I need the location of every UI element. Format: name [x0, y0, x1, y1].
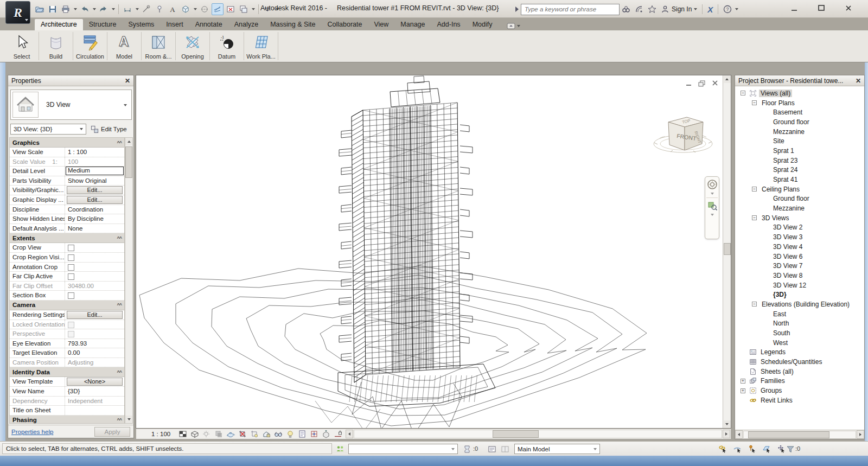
redo-icon-caret[interactable] — [111, 3, 116, 15]
tree-item-sheets-all[interactable]: Sheets (all) — [735, 367, 864, 376]
tree-item-3d-view-7[interactable]: 3D View 7 — [735, 261, 864, 271]
property-row-section-box[interactable]: Section Box — [10, 291, 124, 301]
tree-item-elevations-building-elevation[interactable]: −Elevations (Building Elevation) — [735, 299, 864, 309]
viewport-scroll-down-icon[interactable] — [724, 420, 731, 428]
tree-item-sprat-23[interactable]: Sprat 23 — [735, 156, 864, 165]
hscroll-right-icon[interactable] — [723, 430, 730, 438]
ribbon-button-opening[interactable]: Opening — [176, 30, 209, 62]
property-row-dependency[interactable]: DependencyIndependent — [10, 397, 124, 406]
tree-item-3d-view-6[interactable]: 3D View 6 — [735, 252, 864, 261]
property-row-camera-position[interactable]: Camera PositionAdjusting — [10, 358, 124, 368]
select-pinned-icon[interactable] — [746, 444, 757, 454]
section-header-graphics[interactable]: Graphics^^ — [10, 138, 124, 148]
select-underlay-icon[interactable] — [732, 444, 743, 454]
expand-icon[interactable]: + — [741, 379, 745, 384]
drag-on-selection-icon[interactable] — [776, 444, 787, 454]
hscroll-left-icon[interactable] — [346, 430, 353, 438]
viewport-horizontal-scrollbar[interactable] — [354, 430, 722, 438]
infocenter-collapse-icon[interactable] — [514, 3, 521, 15]
property-value[interactable] — [65, 291, 124, 300]
property-value[interactable]: Coordination — [65, 205, 124, 214]
section-collapse-icon[interactable]: ^^ — [117, 369, 122, 375]
section-collapse-icon[interactable]: ^^ — [117, 235, 122, 241]
property-value[interactable] — [65, 243, 124, 252]
search-icon[interactable] — [620, 3, 633, 15]
checkbox-crop-view[interactable] — [68, 245, 74, 251]
collapse-icon[interactable]: − — [741, 91, 745, 95]
ribbon-display-toggle[interactable] — [503, 22, 524, 30]
view-cube[interactable]: FRONT TOP RIGHT — [649, 109, 719, 166]
crop-region-icon[interactable] — [250, 430, 259, 438]
browser-hscroll-thumb[interactable] — [748, 431, 829, 438]
shadows-icon[interactable] — [214, 430, 223, 438]
print-icon[interactable] — [60, 3, 72, 15]
property-row-scale-value-1[interactable]: Scale Value 1:100 — [10, 157, 124, 167]
zoom-caret-icon[interactable] — [706, 212, 718, 218]
scale-button[interactable]: 1 : 100 — [151, 431, 170, 437]
default-3d-view-icon[interactable] — [180, 3, 192, 15]
section-collapse-icon[interactable]: ^^ — [117, 417, 122, 423]
view-restore-icon[interactable] — [698, 80, 706, 87]
property-value[interactable]: Adjusting — [65, 358, 124, 367]
checkbox-section-box[interactable] — [68, 292, 74, 299]
tab-systems[interactable]: Systems — [122, 19, 160, 30]
project-browser-close-icon[interactable]: ✕ — [856, 77, 861, 85]
reveal-constraints-icon[interactable] — [333, 430, 342, 438]
property-value[interactable] — [65, 263, 124, 272]
reveal-hidden-icon[interactable] — [285, 430, 295, 438]
tree-item-ceiling-plans[interactable]: −Ceiling Plans — [735, 184, 864, 194]
tab-structure[interactable]: Structure — [83, 19, 123, 30]
property-row-discipline[interactable]: DisciplineCoordination — [10, 205, 124, 215]
property-row-parts-visibility[interactable]: Parts VisibilityShow Original — [10, 176, 124, 186]
properties-scrollbar[interactable] — [125, 137, 133, 424]
tree-item-3d-view-3[interactable]: 3D View 3 — [735, 232, 864, 242]
save-icon[interactable] — [47, 3, 59, 15]
property-row-view-template[interactable]: View Template<None> — [10, 377, 124, 387]
tree-item-sprat-24[interactable]: Sprat 24 — [735, 165, 864, 175]
viewport-hscroll-thumb[interactable] — [493, 430, 539, 438]
tree-item-schedules-quantities[interactable]: Schedules/Quantities — [735, 357, 864, 367]
properties-close-icon[interactable]: ✕ — [125, 77, 130, 85]
detail-level-icon[interactable] — [178, 430, 187, 438]
tag-icon[interactable] — [154, 3, 165, 15]
section-icon[interactable] — [199, 3, 210, 15]
text-icon[interactable]: A — [167, 3, 178, 15]
instance-selector[interactable]: 3D View: {3D} — [10, 124, 86, 135]
tab-add-ins[interactable]: Add-Ins — [431, 19, 467, 30]
property-row-far-clip-offset[interactable]: Far Clip Offset30480.00 — [10, 282, 124, 291]
property-row-crop-region-visi[interactable]: Crop Region Visi... — [10, 253, 124, 263]
property-row-view-scale[interactable]: View Scale1 : 100 — [10, 148, 124, 157]
property-row-view-name[interactable]: View Name{3D} — [10, 387, 124, 397]
ribbon-button-room[interactable]: Room &... — [142, 30, 175, 62]
tab-modify[interactable]: Modify — [467, 19, 499, 30]
rendering-dialog-icon[interactable] — [226, 430, 235, 438]
tree-item-mezzanine[interactable]: Mezzanine — [735, 203, 864, 213]
zoom-tool-icon[interactable] — [706, 199, 718, 212]
tree-item-east[interactable]: East — [735, 309, 864, 319]
property-value[interactable]: Edit... — [65, 186, 124, 195]
tab-architecture[interactable]: Architecture — [35, 19, 83, 30]
tab-massing-site[interactable]: Massing & Site — [264, 19, 321, 30]
tree-item-north[interactable]: North — [735, 319, 864, 329]
property-value[interactable] — [65, 272, 124, 281]
exchange-apps-icon[interactable]: X — [705, 5, 715, 14]
checkbox-annotation-crop[interactable] — [68, 264, 74, 271]
checkbox-crop-region-visi[interactable] — [68, 254, 74, 261]
undo-icon[interactable] — [79, 3, 91, 15]
project-browser-header[interactable]: Project Browser - Residential towe... ✕ — [735, 75, 864, 86]
select-links-icon[interactable] — [717, 444, 728, 454]
ribbon-button-datum[interactable]: -1Datum — [210, 30, 243, 62]
properties-header[interactable]: Properties ✕ — [8, 75, 133, 86]
checkbox-far-clip-active[interactable] — [68, 273, 74, 280]
tab-manage[interactable]: Manage — [394, 19, 431, 30]
drawing-area[interactable]: FRONT TOP RIGHT — [136, 75, 731, 429]
property-row-show-hidden-lines[interactable]: Show Hidden LinesBy Discipline — [10, 214, 124, 224]
subscription-center-icon[interactable] — [633, 3, 646, 15]
property-value[interactable] — [65, 406, 124, 415]
viewport-vscroll-thumb[interactable] — [724, 243, 731, 255]
property-value[interactable]: 30480.00 — [65, 282, 124, 291]
value-button-rendering-settings[interactable]: Edit... — [67, 311, 123, 319]
minimize-button[interactable] — [784, 2, 804, 14]
viewport-scroll-up-icon[interactable] — [724, 75, 731, 83]
ribbon-button-work-pla[interactable]: Work Pla... — [245, 30, 277, 62]
